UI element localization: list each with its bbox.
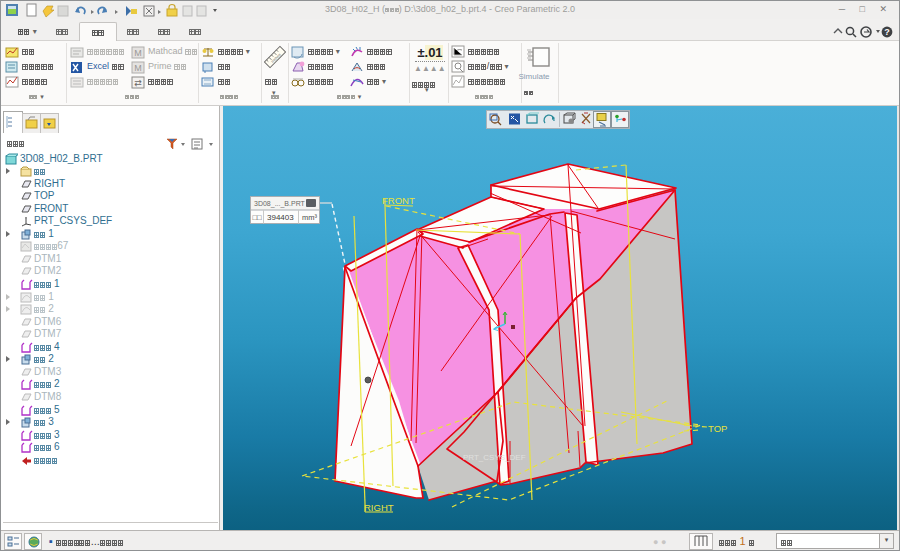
svg-text:3D08_..._B.PRT: 3D08_..._B.PRT bbox=[254, 200, 306, 208]
svg-text:M: M bbox=[134, 63, 142, 73]
svg-text:M: M bbox=[134, 48, 142, 58]
svg-text:?: ? bbox=[884, 27, 890, 37]
svg-text:FRONT: FRONT bbox=[382, 195, 415, 206]
svg-text:mm³: mm³ bbox=[302, 213, 317, 222]
svg-text:394403: 394403 bbox=[267, 213, 294, 222]
svg-text:□□: □□ bbox=[253, 213, 263, 222]
svg-text:RIGHT: RIGHT bbox=[364, 502, 394, 513]
svg-text:TOP: TOP bbox=[708, 423, 727, 434]
svg-text:PRT_CSYS_DEF: PRT_CSYS_DEF bbox=[463, 453, 526, 462]
svg-text:⇄: ⇄ bbox=[134, 78, 142, 88]
